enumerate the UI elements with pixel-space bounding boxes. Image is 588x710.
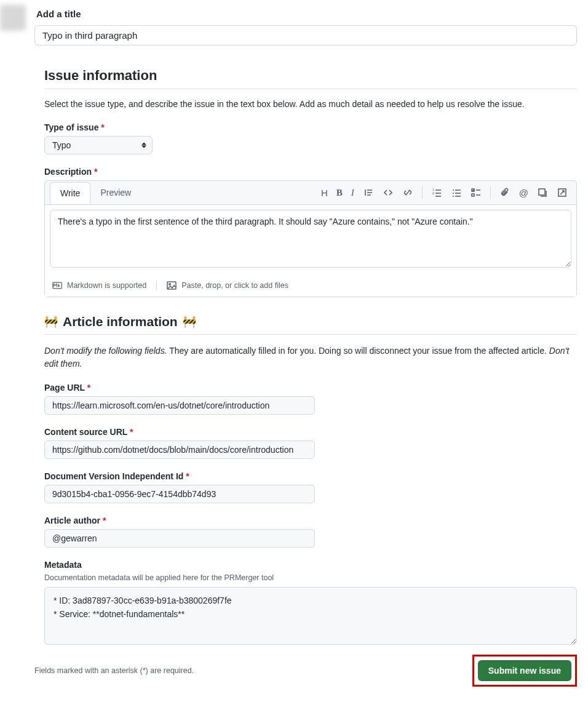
svg-rect-17 <box>472 194 474 196</box>
tab-write[interactable]: Write <box>50 182 90 204</box>
doc-version-id-input[interactable] <box>44 485 315 503</box>
construction-icon: 🚧 <box>183 316 196 327</box>
content-source-url-label: Content source URL <box>44 427 577 437</box>
metadata-note: Documentation metadata will be applied h… <box>44 573 577 582</box>
attach-icon[interactable] <box>499 187 511 198</box>
required-fields-note: Fields marked with an asterisk (*) are r… <box>34 666 194 675</box>
svg-point-23 <box>169 284 171 285</box>
italic-icon[interactable]: I <box>351 188 354 197</box>
issue-type-select[interactable]: Typo <box>44 136 153 154</box>
title-label: Add a title <box>36 9 577 19</box>
issue-info-heading: Issue information <box>44 68 577 89</box>
metadata-textarea[interactable]: * ID: 3ad87897-30cc-e639-b91a-b3800269f7… <box>44 587 577 645</box>
link-icon[interactable] <box>402 187 413 198</box>
ordered-list-icon[interactable]: 12 <box>431 187 442 198</box>
description-textarea[interactable] <box>50 210 571 268</box>
metadata-label: Metadata <box>44 560 577 570</box>
svg-point-10 <box>453 193 454 194</box>
image-icon <box>167 281 177 290</box>
mention-icon[interactable]: @ <box>519 188 528 197</box>
quote-icon[interactable] <box>363 187 374 198</box>
heading-icon[interactable]: H <box>321 188 328 197</box>
task-list-icon[interactable] <box>471 187 482 198</box>
tab-preview[interactable]: Preview <box>90 182 141 203</box>
bold-icon[interactable]: B <box>336 188 343 197</box>
article-author-input[interactable] <box>44 529 315 548</box>
description-editor: Write Preview H B I <box>44 180 577 297</box>
saved-reply-icon[interactable] <box>557 187 568 198</box>
content-source-url-input[interactable] <box>44 441 315 459</box>
doc-version-id-label: Document Version Independent Id <box>44 471 577 481</box>
description-label: Description <box>44 167 577 177</box>
article-info-heading: 🚧 Article information 🚧 <box>44 314 577 335</box>
svg-text:2: 2 <box>432 191 434 195</box>
svg-rect-19 <box>539 189 545 195</box>
page-url-label: Page URL <box>44 383 577 393</box>
attach-files-link[interactable]: Paste, drop, or click to add files <box>156 281 298 290</box>
submit-new-issue-button[interactable]: Submit new issue <box>478 660 571 681</box>
code-icon[interactable] <box>383 187 394 198</box>
unordered-list-icon[interactable] <box>451 187 462 198</box>
submit-highlight: Submit new issue <box>472 655 577 687</box>
cross-reference-icon[interactable] <box>537 187 548 198</box>
type-of-issue-label: Type of issue <box>44 122 577 132</box>
svg-point-11 <box>453 196 454 197</box>
svg-point-9 <box>453 189 454 191</box>
markdown-icon <box>52 281 62 290</box>
avatar <box>0 5 26 31</box>
editor-toolbar: H B I 12 <box>321 186 571 199</box>
article-info-desc: Don't modify the following fields. They … <box>44 345 577 370</box>
markdown-supported-link[interactable]: Markdown is supported <box>52 281 156 290</box>
issue-info-desc: Select the issue type, and describe the … <box>44 99 577 109</box>
construction-icon: 🚧 <box>44 316 58 327</box>
article-author-label: Article author <box>44 516 577 525</box>
title-input[interactable] <box>34 25 577 46</box>
page-url-input[interactable] <box>44 396 315 415</box>
